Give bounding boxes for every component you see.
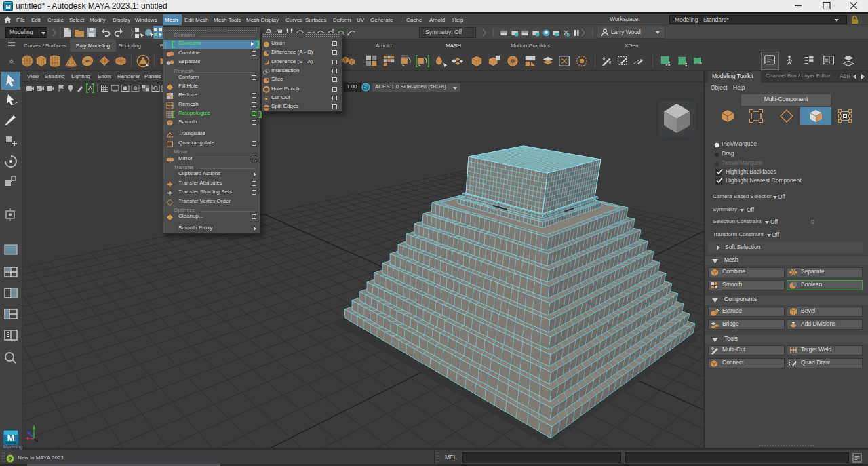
svg-text:1232: 1232 xyxy=(521,29,526,32)
svg-text:M: M xyxy=(7,433,15,443)
svg-text:CM: CM xyxy=(363,85,369,90)
svg-text:1232: 1232 xyxy=(500,29,505,32)
svg-text:M: M xyxy=(5,3,11,10)
svg-text:1232: 1232 xyxy=(401,55,409,58)
svg-text:?: ? xyxy=(8,456,12,463)
